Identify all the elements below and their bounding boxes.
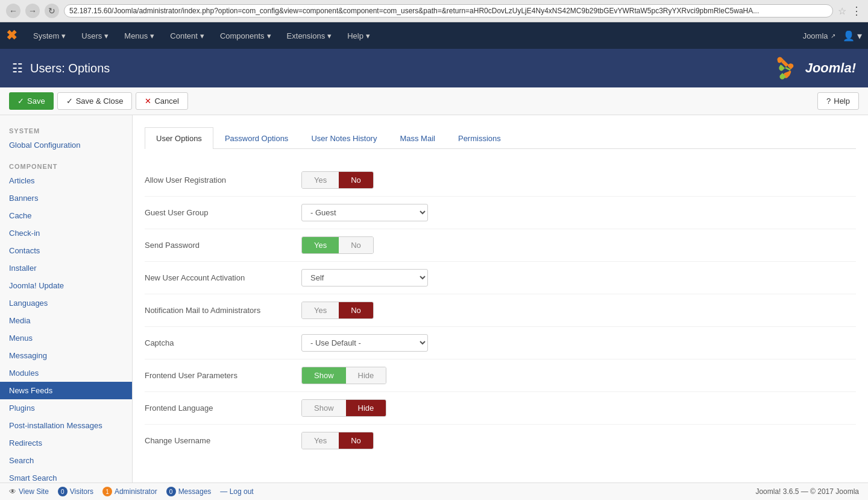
toggle-hide-frontend-language[interactable]: Hide <box>346 400 386 416</box>
joomla-brand-logo <box>772 56 802 80</box>
sidebar-item-messaging[interactable]: Messaging <box>0 347 132 364</box>
sidebar-item-global-config[interactable]: Global Configuration <box>0 136 132 154</box>
toggle-no-change-username[interactable]: No <box>339 432 373 449</box>
control-send-password: Yes No <box>301 236 374 254</box>
nav-system[interactable]: System ▾ <box>26 27 73 45</box>
visitors-link[interactable]: Visitors <box>70 487 93 496</box>
select-account-activation[interactable]: Self Admin None <box>301 269 428 286</box>
user-menu-icon[interactable]: 👤 ▾ <box>843 30 862 42</box>
joomla-brand: Joomla! <box>772 56 856 80</box>
control-change-username: Yes No <box>301 432 374 449</box>
toggle-no-notification-mail[interactable]: No <box>339 302 373 318</box>
tab-permissions[interactable]: Permissions <box>447 127 512 149</box>
toggle-yes-send-password[interactable]: Yes <box>302 237 339 253</box>
content-area: User Options Password Options User Notes… <box>133 115 868 500</box>
version-info: Joomla! 3.6.5 — © 2017 Joomla <box>755 487 859 496</box>
toolbar-left: ✓ Save ✓ Save & Close ✕ Cancel <box>9 92 188 110</box>
site-link[interactable]: Joomla ↗ <box>803 31 835 40</box>
sidebar-item-installer[interactable]: Installer <box>0 259 132 277</box>
toggle-change-username: Yes No <box>301 432 374 449</box>
admin-link[interactable]: Administrator <box>115 487 157 496</box>
nav-users[interactable]: Users ▾ <box>74 27 116 45</box>
sidebar: SYSTEM Global Configuration COMPONENT Ar… <box>0 115 133 500</box>
form-row-notification-mail: Notification Mail to Administrators Yes … <box>145 294 856 327</box>
page-title: Users: Options <box>30 62 110 75</box>
help-button[interactable]: ? Help <box>817 92 859 110</box>
toggle-show-frontend-language[interactable]: Show <box>302 400 346 416</box>
toggle-no-send-password[interactable]: No <box>339 237 373 253</box>
toggle-yes-change-username[interactable]: Yes <box>302 432 339 449</box>
nav-menus[interactable]: Menus ▾ <box>117 27 162 45</box>
label-captcha: Captcha <box>145 338 301 347</box>
sidebar-item-joomla-update[interactable]: Joomla! Update <box>0 277 132 294</box>
chevron-down-icon: ▾ <box>267 31 271 40</box>
browser-menu-icon[interactable]: ⋮ <box>851 4 862 17</box>
sidebar-item-news-feeds[interactable]: News Feeds <box>0 382 132 399</box>
forward-button[interactable]: → <box>25 4 40 18</box>
toggle-notification-mail: Yes No <box>301 302 374 319</box>
toggle-frontend-language: Show Hide <box>301 399 386 417</box>
toggle-no-allow-registration[interactable]: No <box>339 172 373 188</box>
label-notification-mail: Notification Mail to Administrators <box>145 306 301 315</box>
external-link-icon: ↗ <box>831 33 835 39</box>
main-layout: SYSTEM Global Configuration COMPONENT Ar… <box>0 115 868 500</box>
chevron-down-icon: ▾ <box>200 31 204 40</box>
save-close-button[interactable]: ✓ Save & Close <box>57 92 133 110</box>
address-bar[interactable] <box>64 4 833 17</box>
toggle-allow-registration: Yes No <box>301 171 374 189</box>
times-icon: ✕ <box>145 97 151 106</box>
back-button[interactable]: ← <box>6 4 20 18</box>
sidebar-item-post-installation[interactable]: Post-installation Messages <box>0 417 132 434</box>
messages-item: 0 Messages <box>166 487 212 496</box>
sidebar-item-media[interactable]: Media <box>0 312 132 329</box>
sidebar-item-modules[interactable]: Modules <box>0 364 132 382</box>
nav-content[interactable]: Content ▾ <box>163 27 212 45</box>
form-row-send-password: Send Password Yes No <box>145 229 856 262</box>
nav-extensions[interactable]: Extensions ▾ <box>280 27 339 45</box>
control-account-activation: Self Admin None <box>301 269 428 286</box>
system-section-label: SYSTEM <box>0 124 132 136</box>
tab-mass-mail[interactable]: Mass Mail <box>388 127 447 149</box>
tab-password-options[interactable]: Password Options <box>213 127 300 149</box>
messages-badge: 0 <box>166 487 176 496</box>
sidebar-item-articles[interactable]: Articles <box>0 172 132 189</box>
tab-user-notes-history[interactable]: User Notes History <box>300 127 388 149</box>
cancel-button[interactable]: ✕ Cancel <box>136 92 187 110</box>
top-navbar: ✖ System ▾ Users ▾ Menus ▾ Content ▾ Com… <box>0 22 868 49</box>
toggle-show-frontend-user-params[interactable]: Show <box>302 367 346 384</box>
nav-right: Joomla ↗ 👤 ▾ <box>803 30 862 42</box>
sidebar-item-plugins[interactable]: Plugins <box>0 399 132 417</box>
save-button[interactable]: ✓ Save <box>9 92 54 110</box>
sidebar-item-cache[interactable]: Cache <box>0 207 132 224</box>
nav-components[interactable]: Components ▾ <box>213 27 278 45</box>
toggle-yes-allow-registration[interactable]: Yes <box>302 172 339 188</box>
sidebar-item-menus[interactable]: Menus <box>0 329 132 347</box>
toggle-yes-notification-mail[interactable]: Yes <box>302 302 339 318</box>
sidebar-item-checkin[interactable]: Check-in <box>0 224 132 242</box>
select-guest-user-group[interactable]: - Guest Registered Administrator <box>301 204 428 221</box>
bookmark-icon[interactable]: ☆ <box>838 5 846 17</box>
view-site-item: 👁 View Site <box>9 487 49 496</box>
grid-icon: ☷ <box>12 61 23 75</box>
nav-help[interactable]: Help ▾ <box>340 27 377 45</box>
toolbar: ✓ Save ✓ Save & Close ✕ Cancel ? Help <box>0 87 868 115</box>
sidebar-item-search[interactable]: Search <box>0 452 132 469</box>
toggle-hide-frontend-user-params[interactable]: Hide <box>346 367 386 384</box>
sidebar-item-redirects[interactable]: Redirects <box>0 434 132 452</box>
view-site-link[interactable]: View Site <box>19 487 49 496</box>
tab-user-options[interactable]: User Options <box>145 127 213 149</box>
page-header: ☷ Users: Options Joomla! <box>0 49 868 87</box>
chevron-down-icon: ▾ <box>150 31 154 40</box>
toggle-frontend-user-params: Show Hide <box>301 367 386 384</box>
messages-link[interactable]: Messages <box>178 487 212 496</box>
sidebar-item-banners[interactable]: Banners <box>0 189 132 207</box>
toggle-send-password: Yes No <box>301 236 374 254</box>
logout-link[interactable]: — Log out <box>220 487 253 496</box>
reload-button[interactable]: ↻ <box>45 4 59 18</box>
sidebar-item-contacts[interactable]: Contacts <box>0 242 132 259</box>
visitors-item: 0 Visitors <box>58 487 93 496</box>
select-captcha[interactable]: - Use Default - ReCaptcha None <box>301 334 428 352</box>
chevron-down-icon: ▾ <box>366 31 370 40</box>
label-change-username: Change Username <box>145 436 301 445</box>
sidebar-item-languages[interactable]: Languages <box>0 294 132 312</box>
